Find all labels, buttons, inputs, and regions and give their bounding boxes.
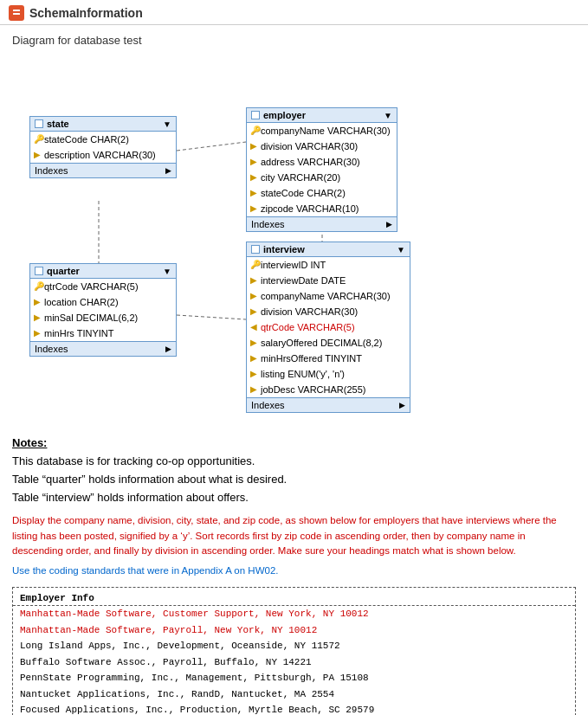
arrow-icon-idiv: ▶ [250,305,257,319]
arrow-icon-ijob: ▶ [250,383,257,396]
notes-section: Notes: This database is for tracking co-… [12,436,576,506]
arrow-icon-icname: ▶ [250,289,257,303]
employer-indexes-arrow: ▶ [386,220,392,229]
state-indexes-arrow: ▶ [165,166,171,175]
result-row-5: Nantucket Applications, Inc., RandD, Nan… [13,686,575,703]
employer-field-division: ▶ division VARCHAR(30) [247,138,397,154]
diagram-title: Diagram for database test [12,34,576,47]
arrow-icon-div: ▶ [250,139,257,153]
arrow-icon-idate: ▶ [250,274,257,287]
arrow-icon-iminhrs: ▶ [250,351,257,365]
interview-field-jobdesc: ▶ jobDesc VARCHAR(255) [247,382,410,397]
result-container: Employer Info Manhattan-Made Software, C… [12,587,576,715]
table-icon-state [35,119,43,128]
employer-field-address: ▶ address VARCHAR(30) [247,154,397,170]
table-icon-quarter [35,267,43,275]
arrow-icon-minsal: ▶ [34,311,41,325]
employer-field-statecode: ▶ stateCode CHAR(2) [247,185,397,201]
interview-field-date: ▶ interviewDate DATE [247,273,410,288]
erd-table-quarter: quarter ▼ 🔑 qtrCode VARCHAR(5) ▶ locatio… [29,263,177,357]
state-indexes[interactable]: Indexes ▶ [30,163,176,177]
svg-rect-1 [13,10,20,11]
state-field-description: ▶ description VARCHAR(30) [30,147,176,163]
arrow-icon-addr: ▶ [250,155,257,169]
content-area: Diagram for database test state ▼ 🔑 stat… [0,25,588,715]
page-header: SchemaInformation [0,0,588,25]
table-icon-interview [251,245,260,254]
interview-field-listing: ▶ listing ENUM('y', 'n') [247,366,410,382]
table-icon-employer [251,111,260,119]
state-table-arrow: ▼ [163,119,171,129]
notes-line-2: Table “quarter” holds information about … [12,471,576,489]
employer-field-companyname: 🔑 companyName VARCHAR(30) [247,123,397,138]
erd-table-state: state ▼ 🔑 stateCode CHAR(2) ▶ descriptio… [29,116,177,178]
interview-indexes-label: Indexes [251,400,285,410]
quarter-field-qtrcode: 🔑 qtrCode VARCHAR(5) [30,279,176,294]
arrow-icon-minhrs: ▶ [34,326,41,340]
state-table-name: state [47,119,69,129]
interview-table-name: interview [263,244,305,254]
instructions-1: Display the company name, division, city… [12,513,576,558]
employer-field-zipcode: ▶ zipcode VARCHAR(10) [247,201,397,216]
state-field-statecode: 🔑 stateCode CHAR(2) [30,132,176,147]
result-row-0: Manhattan-Made Software, Customer Suppor… [13,606,575,622]
erd-diagram: state ▼ 🔑 stateCode CHAR(2) ▶ descriptio… [12,55,384,428]
result-rows: Manhattan-Made Software, Customer Suppor… [13,606,575,715]
erd-table-interview: interview ▼ 🔑 interviewID INT ▶ intervie… [246,242,410,413]
arrow-icon-ilist: ▶ [250,367,257,381]
quarter-field-minsal: ▶ minSal DECIMAL(6,2) [30,310,176,325]
result-header: Employer Info [13,591,575,606]
key-icon-qtr: 🔑 [34,280,44,293]
key-icon-int: 🔑 [250,258,261,272]
notes-line-3: Table “interview” holds information abou… [12,489,576,507]
employer-indexes[interactable]: Indexes ▶ [247,216,397,231]
result-row-2: Long Island Apps, Inc., Development, Oce… [13,638,575,654]
key-icon: 🔑 [34,132,44,146]
arrow-icon-zip: ▶ [250,202,257,216]
employer-field-city: ▶ city VARCHAR(20) [247,170,397,185]
arrow-icon-loc: ▶ [34,295,41,309]
interview-field-companyname: ▶ companyName VARCHAR(30) [247,288,410,304]
result-row-1: Manhattan-Made Software, Payroll, New Yo… [13,622,575,639]
interview-table-arrow: ▼ [397,245,405,254]
result-row-6: Focused Applications, Inc., Production, … [13,702,575,715]
instructions-2: Use the coding standards that were in Ap… [12,564,576,578]
interview-indexes[interactable]: Indexes ▶ [247,397,410,412]
interview-field-minhrs: ▶ minHrsOffered TINYINT [247,351,410,366]
notes-title: Notes: [12,436,576,449]
quarter-table-name: quarter [47,266,80,276]
employer-table-name: employer [263,110,306,120]
svg-rect-2 [13,13,20,15]
arrow-icon-state: ▶ [250,186,257,200]
quarter-field-minhrs: ▶ minHrs TINYINT [30,325,176,341]
interview-field-qtrcode: ◀ qtrCode VARCHAR(5) [247,319,410,335]
quarter-indexes-arrow: ▶ [165,345,171,353]
quarter-table-arrow: ▼ [163,267,171,276]
schema-icon [9,5,24,21]
state-indexes-label: Indexes [35,165,68,176]
notes-line-1: This database is for tracking co-op oppo… [12,453,576,471]
arrow-icon-city: ▶ [250,171,257,184]
svg-line-6 [177,315,246,319]
fk-icon-qtr: ◀ [250,320,257,334]
erd-table-employer: employer ▼ 🔑 companyName VARCHAR(30) ▶ d… [246,107,397,232]
interview-field-division: ▶ division VARCHAR(30) [247,304,410,319]
svg-line-3 [177,142,246,151]
arrow-icon-isal: ▶ [250,336,257,350]
result-row-4: PennState Programming, Inc., Management,… [13,670,575,686]
quarter-indexes[interactable]: Indexes ▶ [30,341,176,356]
interview-field-id: 🔑 interviewID INT [247,257,410,273]
page-title: SchemaInformation [29,6,143,20]
employer-table-arrow: ▼ [384,111,392,120]
interview-field-salary: ▶ salaryOffered DECIMAL(8,2) [247,335,410,351]
employer-indexes-label: Indexes [251,219,285,229]
quarter-indexes-label: Indexes [35,344,68,354]
quarter-field-location: ▶ location CHAR(2) [30,294,176,310]
arrow-icon: ▶ [34,148,41,162]
key-icon-emp: 🔑 [250,124,261,138]
interview-indexes-arrow: ▶ [399,401,405,409]
result-row-3: Buffalo Software Assoc., Payroll, Buffal… [13,654,575,671]
